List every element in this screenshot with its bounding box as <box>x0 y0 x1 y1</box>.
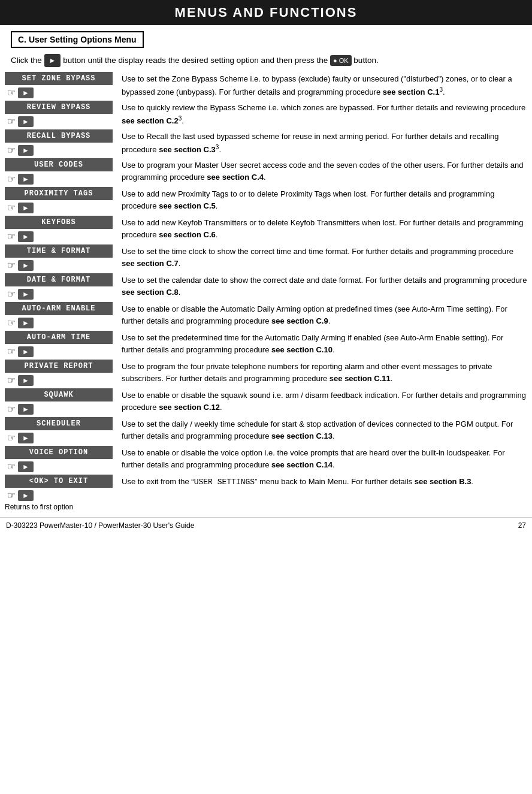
desc-text3-ok-exit: ” menu back to Main Menu. For further de… <box>255 477 415 486</box>
menu-left-auto-arm-time: AUTO-ARM TIME☞► <box>5 331 122 357</box>
ref-proximity-tags: see section C.5 <box>159 201 216 210</box>
after-ref-private-report: . <box>391 374 393 383</box>
hand-icon-private-report: ☞ <box>7 375 16 386</box>
forward-icon-auto-arm-time: ► <box>18 346 34 357</box>
desc-text2-ok-exit: Use to exit from the “ <box>122 477 194 486</box>
menu-row-keyfobs: KEYFOBS☞►Use to add new Keyfob Transmitt… <box>5 216 527 242</box>
forward-icon-auto-arm-enable: ► <box>18 318 34 328</box>
hand-icon-proximity-tags: ☞ <box>7 202 16 213</box>
menu-desc-set-zone-bypass: Use to set the Zone Bypass Scheme i.e. t… <box>122 72 527 98</box>
ref-user-codes: see section C.4 <box>207 173 264 182</box>
after-ref-user-codes: . <box>264 173 266 182</box>
menu-icons-voice-option: ☞► <box>7 461 34 472</box>
menu-left-date-format: DATE & FORMAT☞► <box>5 273 122 300</box>
menu-left-squawk: SQUAWK☞► <box>5 388 122 415</box>
menu-row-recall-bypass: RECALL BYPASS☞►Use to Recall the last us… <box>5 129 527 156</box>
menu-left-recall-bypass: RECALL BYPASS☞► <box>5 129 122 156</box>
ref-voice-option: see section C.14 <box>271 460 332 469</box>
menu-desc-auto-arm-time: Use to set the predetermined time for th… <box>122 331 527 355</box>
menu-row-date-format: DATE & FORMAT☞►Use to set the calendar d… <box>5 273 527 300</box>
forward-icon-scheduler: ► <box>18 433 34 443</box>
menu-desc-scheduler: Use to set the daily / weekly time sched… <box>122 417 527 442</box>
returns-text-ok-exit: Returns to first option <box>5 503 73 511</box>
menu-label-squawk: SQUAWK <box>5 388 113 401</box>
hand-icon-time-format: ☞ <box>7 259 16 271</box>
after-ref-auto-arm-time: . <box>332 345 335 354</box>
menu-icons-time-format: ☞► <box>7 259 34 271</box>
menu-left-review-bypass: REVIEW BYPASS☞► <box>5 101 122 127</box>
menu-icons-scheduler: ☞► <box>7 432 34 443</box>
menu-label-keyfobs: KEYFOBS <box>5 216 113 229</box>
forward-icon-voice-option: ► <box>18 461 34 472</box>
section-title: C. User Setting Options Menu <box>5 25 527 52</box>
desc-text-set-zone-bypass: Use to set the Zone Bypass Scheme i.e. t… <box>122 74 512 96</box>
forward-icon-date-format: ► <box>18 289 34 300</box>
ref-set-zone-bypass: see section C.1 <box>383 87 440 96</box>
after-ref-set-zone-bypass: . <box>443 87 445 96</box>
ref-squawk: see section C.12 <box>159 403 220 412</box>
after-ref-auto-arm-enable: . <box>328 316 331 325</box>
after-ref-scheduler: . <box>332 431 335 440</box>
ref-date-format: see section C.8 <box>122 288 179 297</box>
ref-auto-arm-enable: see section C.9 <box>271 316 328 325</box>
page-footer: D-303223 PowerMaster-10 / PowerMaster-30… <box>0 517 532 533</box>
menu-row-private-report: PRIVATE REPORT☞►Use to program the four … <box>5 360 527 386</box>
after-ref-voice-option: . <box>332 460 335 469</box>
menu-icons-ok-exit: ☞► <box>7 490 34 501</box>
hand-icon-ok-exit: ☞ <box>7 490 16 501</box>
menu-left-proximity-tags: PROXIMITY TAGS☞► <box>5 187 122 213</box>
forward-icon-squawk: ► <box>18 404 34 415</box>
menu-desc-review-bypass: Use to quickly review the Bypass Scheme … <box>122 101 527 126</box>
after-ref-review-bypass: . <box>182 116 184 125</box>
menu-icons-proximity-tags: ☞► <box>7 202 34 213</box>
after-ref-proximity-tags: . <box>216 201 218 210</box>
forward-icon-set-zone-bypass: ► <box>18 87 34 98</box>
page-header: MENUS AND FUNCTIONS <box>0 0 532 25</box>
hand-icon-auto-arm-time: ☞ <box>7 346 16 357</box>
ref-scheduler: see section C.13 <box>271 431 332 440</box>
menu-desc-keyfobs: Use to add new Keyfob Transmitters or to… <box>122 216 527 240</box>
menu-desc-user-codes: Use to program your Master User secret a… <box>122 158 527 183</box>
forward-button-example: ► <box>44 54 61 67</box>
ok-button-example: ● OK <box>330 55 352 67</box>
menu-row-set-zone-bypass: SET ZONE BYPASS☞►Use to set the Zone Byp… <box>5 72 527 98</box>
menu-icons-private-report: ☞► <box>7 375 34 386</box>
menu-desc-private-report: Use to program the four private telephon… <box>122 360 527 384</box>
menu-icons-recall-bypass: ☞► <box>7 144 34 156</box>
ref-review-bypass: see section C.2 <box>122 116 179 125</box>
ref-time-format: see section C.7 <box>122 259 179 268</box>
after-ref-time-format: . <box>179 259 181 268</box>
menu-row-auto-arm-time: AUTO-ARM TIME☞►Use to set the predetermi… <box>5 331 527 357</box>
menu-icons-user-codes: ☞► <box>7 173 34 185</box>
menu-list: SET ZONE BYPASS☞►Use to set the Zone Byp… <box>5 72 527 511</box>
desc-text-review-bypass: Use to quickly review the Bypass Scheme … <box>122 103 525 112</box>
after-ref-date-format: . <box>179 288 181 297</box>
hand-icon-review-bypass: ☞ <box>7 116 16 127</box>
menu-left-ok-exit: <OK> TO EXIT☞►Returns to first option <box>5 475 122 511</box>
ref-recall-bypass: see section C.3 <box>159 145 216 154</box>
footer-left: D-303223 PowerMaster-10 / PowerMaster-30… <box>6 521 194 530</box>
desc-text-private-report: Use to program the four private telephon… <box>122 362 492 383</box>
menu-row-ok-exit: <OK> TO EXIT☞►Returns to first optionUse… <box>5 475 527 511</box>
menu-label-proximity-tags: PROXIMITY TAGS <box>5 187 113 200</box>
menu-row-review-bypass: REVIEW BYPASS☞►Use to quickly review the… <box>5 101 527 127</box>
ref-auto-arm-time: see section C.10 <box>271 345 332 354</box>
menu-icons-set-zone-bypass: ☞► <box>7 87 34 98</box>
menu-label-set-zone-bypass: SET ZONE BYPASS <box>5 72 113 85</box>
ref-private-report: see section C.11 <box>330 374 391 383</box>
menu-icons-keyfobs: ☞► <box>7 231 34 242</box>
menu-label-review-bypass: REVIEW BYPASS <box>5 101 113 114</box>
forward-icon-ok-exit: ► <box>18 490 34 501</box>
hand-icon-keyfobs: ☞ <box>7 231 16 242</box>
menu-icons-date-format: ☞► <box>7 288 34 300</box>
forward-icon-review-bypass: ► <box>18 116 34 127</box>
menu-desc-time-format: Use to set the time clock to show the co… <box>122 244 527 269</box>
menu-row-voice-option: VOICE OPTION☞►Use to enable or disable t… <box>5 446 527 472</box>
forward-icon-private-report: ► <box>18 375 34 386</box>
menu-label-auto-arm-time: AUTO-ARM TIME <box>5 331 113 344</box>
menu-label-date-format: DATE & FORMAT <box>5 273 113 286</box>
mono-text-ok-exit: USER SETTINGS <box>194 478 255 487</box>
hand-icon-user-codes: ☞ <box>7 173 16 185</box>
after-ref-recall-bypass: . <box>219 145 221 154</box>
menu-desc-ok-exit: Use to exit from the “USER SETTINGS” men… <box>122 475 527 488</box>
